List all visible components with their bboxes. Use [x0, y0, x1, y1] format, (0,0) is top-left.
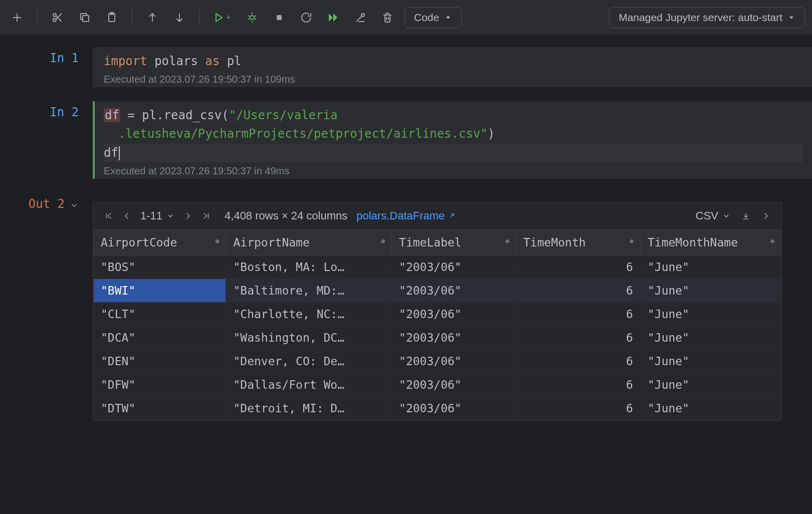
cell[interactable]: 6: [516, 326, 641, 349]
notebook-toolbar: Code Managed Jupyter server: auto-start: [0, 0, 812, 35]
code-line[interactable]: df = pl.read_csv("/Users/valeria: [104, 106, 803, 125]
dataframe-panel: 1-11 4,408 rows × 24 columns polars.Data…: [93, 202, 782, 421]
cell[interactable]: "Boston, MA: Lo…: [226, 255, 392, 279]
cell[interactable]: 6: [516, 373, 641, 396]
column-header[interactable]: AirportCode◆: [94, 229, 226, 255]
sort-icon: ◆: [770, 236, 774, 245]
svg-point-2: [53, 14, 56, 17]
cell[interactable]: "DCA": [94, 326, 226, 349]
svg-line-17: [248, 19, 250, 20]
cell[interactable]: "June": [640, 255, 781, 279]
svg-point-13: [250, 16, 254, 20]
cell[interactable]: "Baltimore, MD:…: [226, 279, 392, 302]
download-button[interactable]: [741, 211, 750, 220]
cell[interactable]: 6: [516, 302, 641, 326]
svg-point-23: [361, 14, 364, 17]
stop-button[interactable]: [269, 8, 289, 28]
last-page-button[interactable]: [201, 211, 211, 220]
chevron-down-icon: [444, 14, 452, 22]
separator: [37, 10, 38, 26]
cell-out-2: Out 2 1-11 4,408 rows × 24 columns: [0, 193, 812, 421]
cell[interactable]: "Denver, CO: De…: [226, 349, 392, 373]
debug-button[interactable]: [242, 8, 262, 28]
next-page-button[interactable]: [183, 211, 192, 220]
cell[interactable]: "June": [640, 396, 781, 420]
cell[interactable]: 6: [516, 349, 641, 373]
cell[interactable]: "June": [640, 373, 781, 396]
table-row[interactable]: "DEN""Denver, CO: De…"2003/06"6"June": [94, 349, 781, 373]
cell[interactable]: 6: [516, 255, 641, 279]
svg-point-3: [53, 19, 56, 22]
prompt-out-2: Out 2: [0, 193, 93, 421]
cell[interactable]: "2003/06": [392, 255, 516, 279]
cell[interactable]: "Washington, DC…: [226, 326, 392, 349]
cell[interactable]: "Dallas/Fort Wo…: [226, 373, 392, 396]
table-row[interactable]: "DTW""Detroit, MI: D…"2003/06"6"June": [94, 396, 781, 420]
clear-outputs-button[interactable]: [350, 8, 370, 28]
cell[interactable]: "June": [640, 302, 781, 326]
cell[interactable]: "2003/06": [392, 396, 516, 420]
column-header[interactable]: TimeLabel◆: [392, 229, 516, 255]
move-down-button[interactable]: [169, 8, 189, 28]
restart-button[interactable]: [296, 8, 316, 28]
run-all-button[interactable]: [323, 8, 343, 28]
column-header[interactable]: TimeMonth◆: [516, 229, 641, 255]
server-label: Managed Jupyter server: auto-start: [619, 12, 782, 24]
first-page-button[interactable]: [104, 211, 113, 220]
export-format-select[interactable]: CSV: [696, 209, 730, 222]
chevron-down-icon: [166, 212, 174, 220]
chevron-down-icon[interactable]: [70, 201, 79, 210]
cell[interactable]: "2003/06": [392, 349, 516, 373]
sort-icon: ◆: [629, 236, 633, 245]
copy-button[interactable]: [75, 8, 95, 28]
cell[interactable]: "DFW": [94, 373, 226, 396]
cell[interactable]: "BWI": [94, 279, 226, 302]
jupyter-server-select[interactable]: Managed Jupyter server: auto-start: [609, 7, 805, 28]
move-up-button[interactable]: [142, 8, 162, 28]
cell[interactable]: "CLT": [94, 302, 226, 326]
prev-page-button[interactable]: [122, 211, 131, 220]
expand-button[interactable]: [761, 211, 770, 220]
cell[interactable]: "2003/06": [392, 373, 516, 396]
cell[interactable]: "June": [640, 326, 781, 349]
cell[interactable]: "BOS": [94, 255, 226, 279]
column-header[interactable]: AirportName◆: [226, 229, 392, 255]
run-cell-button[interactable]: [210, 8, 235, 28]
delete-cell-button[interactable]: [377, 8, 397, 28]
cell[interactable]: "DTW": [94, 396, 226, 420]
table-row[interactable]: "DCA""Washington, DC…"2003/06"6"June": [94, 326, 781, 349]
table-row[interactable]: "BOS""Boston, MA: Lo…"2003/06"6"June": [94, 255, 781, 279]
cell-type-select[interactable]: Code: [404, 7, 462, 28]
cell[interactable]: "2003/06": [392, 279, 516, 302]
cell[interactable]: "2003/06": [392, 302, 516, 326]
table-row[interactable]: "BWI""Baltimore, MD:…"2003/06"6"June": [94, 279, 781, 302]
dataframe-type-link[interactable]: polars.DataFrame: [356, 209, 456, 222]
cell-type-label: Code: [414, 12, 439, 24]
cell[interactable]: 6: [516, 279, 641, 302]
table-row[interactable]: "CLT""Charlotte, NC:…"2003/06"6"June": [94, 302, 781, 326]
cut-button[interactable]: [48, 8, 68, 28]
code-cell[interactable]: df = pl.read_csv("/Users/valeria .letush…: [93, 101, 812, 179]
code-line[interactable]: .letusheva/PycharmProjects/petproject/ai…: [104, 125, 803, 143]
page-range-select[interactable]: 1-11: [140, 209, 174, 222]
table-row[interactable]: "DFW""Dallas/Fort Wo…"2003/06"6"June": [94, 373, 781, 396]
cell[interactable]: 6: [516, 396, 641, 420]
cell[interactable]: "DEN": [94, 349, 226, 373]
dataframe-toolbar: 1-11 4,408 rows × 24 columns polars.Data…: [93, 202, 781, 229]
chevron-down-icon: [787, 14, 795, 22]
cell[interactable]: "Detroit, MI: D…: [226, 396, 392, 420]
cell[interactable]: "2003/06": [392, 326, 516, 349]
code-line[interactable]: df: [104, 144, 803, 162]
add-cell-button[interactable]: [7, 8, 27, 28]
code-line[interactable]: import polars as pl: [104, 52, 803, 71]
sort-icon: ◆: [505, 236, 509, 245]
dataframe-table: AirportCode◆ AirportName◆ TimeLabel◆ Tim…: [93, 229, 781, 420]
svg-marker-22: [333, 14, 337, 22]
code-cell[interactable]: import polars as pl Executed at 2023.07.…: [93, 47, 812, 87]
paste-button[interactable]: [102, 8, 122, 28]
svg-line-19: [255, 19, 256, 20]
column-header[interactable]: TimeMonthName◆: [640, 229, 781, 255]
cell[interactable]: "June": [640, 349, 781, 373]
cell[interactable]: "June": [640, 279, 781, 302]
cell[interactable]: "Charlotte, NC:…: [226, 302, 392, 326]
